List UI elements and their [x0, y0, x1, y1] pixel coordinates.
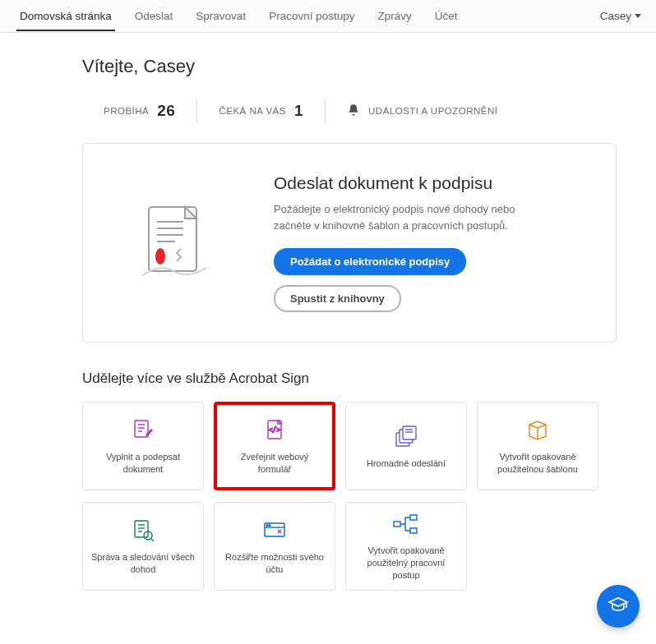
- graduation-cap-icon: [607, 594, 629, 619]
- svg-rect-27: [394, 522, 400, 527]
- stat-waiting[interactable]: ČEKÁ NA VÁS 1: [197, 99, 325, 123]
- stat-events-label: UDÁLOSTI A UPOZORNĚNÍ: [368, 106, 497, 116]
- workflow-icon: [392, 511, 420, 538]
- svg-point-25: [266, 525, 268, 527]
- card-label: Vytvořit opakovaně použitelnou šablonu: [484, 451, 591, 476]
- card-extend[interactable]: Rozšiřte možnosti svého účtu: [214, 502, 335, 591]
- svg-point-26: [269, 525, 270, 527]
- help-fab[interactable]: [597, 585, 640, 628]
- hero-title: Odeslat dokument k podpisu: [274, 173, 537, 193]
- card-label: Hromadné odeslání: [367, 458, 446, 470]
- stats-row: PROBÍHÁ 26 ČEKÁ NA VÁS 1 UDÁLOSTI A UPOZ…: [82, 99, 617, 123]
- svg-rect-28: [410, 515, 417, 520]
- bell-icon: [347, 104, 360, 118]
- card-label: Vytvořit opakovaně použitelný pracovní p…: [353, 545, 460, 582]
- nav-tab-reports[interactable]: Zprávy: [366, 2, 423, 30]
- card-label: Vyplnit a podepsat dokument: [90, 451, 196, 476]
- top-nav: Domovská stránka Odeslat Spravovat Praco…: [0, 0, 656, 33]
- card-label: Rozšiřte možnosti svého účtu: [221, 551, 328, 576]
- svg-rect-14: [403, 426, 416, 439]
- fill-sign-icon: [131, 416, 155, 444]
- svg-rect-17: [135, 521, 148, 537]
- card-fill-sign[interactable]: Vyplnit a podepsat dokument: [82, 402, 204, 490]
- nav-tab-workflows[interactable]: Pracovní postupy: [257, 2, 366, 30]
- svg-point-5: [155, 248, 165, 264]
- card-label: Správa a sledování všech dohod: [90, 551, 196, 576]
- web-form-icon: </>: [263, 416, 286, 444]
- hero-description: Požádejte o elektronický podpis nové doh…: [274, 201, 537, 233]
- stat-in-progress[interactable]: PROBÍHÁ 26: [82, 99, 196, 123]
- svg-line-22: [151, 539, 154, 541]
- nav-tab-home[interactable]: Domovská stránka: [8, 2, 123, 30]
- chevron-down-icon: [635, 14, 641, 18]
- card-track[interactable]: Správa a sledování všech dohod: [82, 502, 204, 591]
- welcome-heading: Vítejte, Casey: [82, 56, 617, 77]
- svg-text:</>: </>: [269, 426, 281, 434]
- nav-tab-manage[interactable]: Spravovat: [184, 2, 257, 30]
- extend-icon: [261, 517, 288, 545]
- stat-waiting-count: 1: [294, 102, 303, 120]
- stat-in-progress-count: 26: [157, 102, 175, 120]
- request-signatures-button[interactable]: Požádat o elektronické podpisy: [274, 248, 466, 275]
- svg-rect-29: [410, 528, 417, 533]
- user-name: Casey: [600, 10, 631, 22]
- card-workflow[interactable]: Vytvořit opakovaně použitelný pracovní p…: [345, 502, 467, 591]
- bulk-send-icon: [393, 423, 419, 451]
- template-icon: [525, 416, 550, 444]
- stat-events[interactable]: UDÁLOSTI A UPOZORNĚNÍ: [326, 100, 519, 122]
- document-sign-icon: [113, 202, 236, 284]
- start-from-library-button[interactable]: Spustit z knihovny: [274, 285, 401, 312]
- action-cards-grid: Vyplnit a podepsat dokument </> Zveřejni…: [82, 402, 617, 591]
- track-icon: [131, 517, 155, 545]
- stat-in-progress-label: PROBÍHÁ: [104, 106, 149, 116]
- card-web-form[interactable]: </> Zveřejnit webový formulář: [214, 402, 335, 490]
- do-more-heading: Udělejte více ve službě Acrobat Sign: [82, 370, 617, 387]
- card-label: Zveřejnit webový formulář: [224, 451, 326, 476]
- card-bulk-send[interactable]: Hromadné odeslání: [345, 402, 467, 490]
- svg-rect-6: [135, 421, 148, 437]
- stat-waiting-label: ČEKÁ NA VÁS: [219, 106, 286, 116]
- user-menu[interactable]: Casey: [600, 10, 648, 22]
- nav-tab-account[interactable]: Účet: [423, 2, 469, 30]
- hero-panel: Odeslat dokument k podpisu Požádejte o e…: [82, 143, 617, 343]
- nav-tab-send[interactable]: Odeslat: [123, 2, 185, 30]
- card-template[interactable]: Vytvořit opakovaně použitelnou šablonu: [477, 402, 598, 490]
